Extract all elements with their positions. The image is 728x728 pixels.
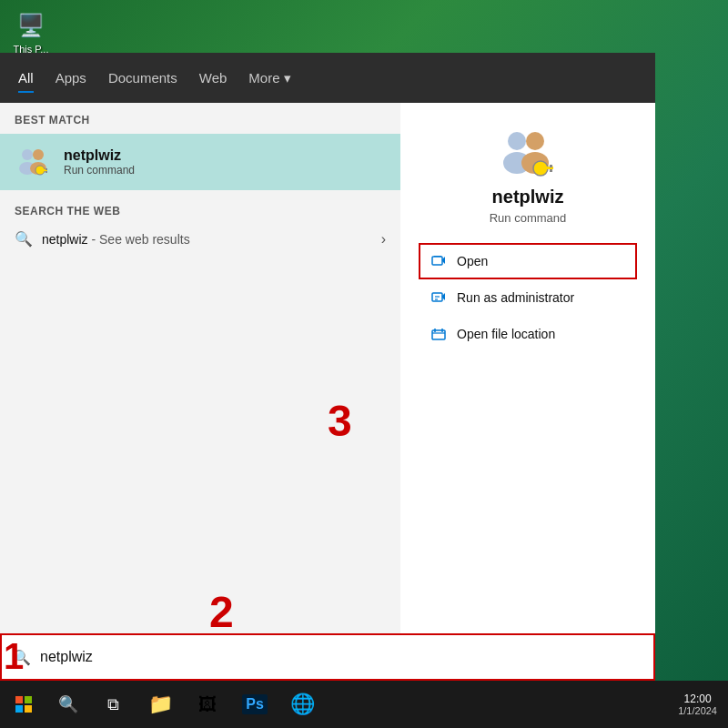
- svg-point-8: [508, 132, 526, 150]
- web-search-text: netplwiz - See web results: [42, 232, 372, 247]
- search-tabs: All Apps Documents Web More ▾: [0, 53, 655, 103]
- svg-rect-14: [550, 165, 552, 167]
- taskbar-app1-button[interactable]: 🖼: [184, 681, 231, 728]
- search-web-label: Search the web: [0, 197, 400, 223]
- location-icon: [430, 325, 448, 343]
- action-open[interactable]: Open: [419, 243, 637, 279]
- netplwiz-icon: [15, 143, 53, 181]
- taskbar-search-button[interactable]: 🔍: [47, 681, 89, 728]
- desktop-icon-thispc[interactable]: 🖥️ This P...: [7, 9, 55, 55]
- svg-rect-18: [432, 330, 445, 339]
- annotation-2: 2: [209, 587, 234, 637]
- taskbar-fileexplorer-button[interactable]: 📁: [136, 681, 184, 728]
- taskbar-photoshop-button[interactable]: Ps: [231, 681, 278, 728]
- folder-icon: 📁: [148, 693, 173, 716]
- start-button[interactable]: [0, 681, 47, 728]
- photoshop-icon: Ps: [242, 694, 268, 714]
- tab-more[interactable]: More ▾: [248, 70, 290, 86]
- tab-all[interactable]: All: [18, 65, 34, 91]
- search-menu: All Apps Documents Web More ▾ Best match: [0, 53, 655, 681]
- svg-point-0: [22, 149, 33, 160]
- svg-rect-6: [46, 168, 47, 170]
- open-icon: [430, 252, 448, 270]
- chevron-down-icon: ▾: [284, 70, 291, 86]
- annotation-1: 1: [4, 636, 24, 677]
- svg-rect-7: [46, 171, 47, 173]
- search-input-bar: 🔍 netplwiz: [0, 633, 655, 681]
- annotation-3: 3: [328, 396, 352, 446]
- search-input-value[interactable]: netplwiz: [40, 649, 642, 665]
- search-icon: 🔍: [15, 230, 33, 248]
- taskbar-taskview-button[interactable]: ⧉: [89, 681, 136, 728]
- web-search-item[interactable]: 🔍 netplwiz - See web results ›: [0, 223, 400, 255]
- taskbar: 🔍 ⧉ 📁 🖼 Ps 🌐 12:00 1/1/2024: [0, 681, 728, 728]
- svg-rect-16: [432, 257, 442, 265]
- admin-icon: [430, 288, 448, 307]
- tab-documents[interactable]: Documents: [108, 65, 177, 91]
- best-match-item[interactable]: netplwiz Run command: [0, 134, 400, 190]
- svg-point-2: [33, 149, 44, 160]
- windows-logo-icon: [15, 696, 32, 713]
- action-list: Open Run as administrator: [419, 243, 637, 352]
- svg-point-10: [526, 132, 544, 150]
- tab-web[interactable]: Web: [199, 65, 228, 91]
- search-content: Best match netplwiz: [0, 103, 655, 681]
- search-left-panel: Best match netplwiz: [0, 103, 400, 681]
- taskbar-search-icon: 🔍: [58, 694, 78, 714]
- web-search-arrow-icon: ›: [381, 231, 386, 248]
- app1-icon: 🖼: [198, 694, 217, 715]
- best-match-subtitle: Run command: [64, 164, 135, 177]
- taskview-icon: ⧉: [107, 695, 119, 714]
- best-match-label: Best match: [0, 103, 400, 134]
- action-open-location[interactable]: Open file location: [419, 316, 637, 352]
- run-admin-label: Run as administrator: [457, 290, 574, 305]
- tab-apps[interactable]: Apps: [56, 65, 86, 91]
- chrome-icon: 🌐: [290, 693, 315, 716]
- taskbar-chrome-button[interactable]: 🌐: [278, 681, 326, 728]
- svg-rect-15: [550, 169, 552, 172]
- app-icon-large: [495, 121, 561, 187]
- best-match-title: netplwiz: [64, 147, 135, 164]
- action-run-admin[interactable]: Run as administrator: [419, 279, 637, 316]
- app-type: Run command: [490, 211, 567, 225]
- search-right-panel: netplwiz Run command Open: [400, 103, 655, 681]
- system-clock[interactable]: 12:00 1/1/2024: [667, 693, 728, 716]
- app-name-large: netplwiz: [492, 187, 564, 207]
- open-location-label: Open file location: [457, 327, 555, 341]
- open-label: Open: [457, 254, 488, 268]
